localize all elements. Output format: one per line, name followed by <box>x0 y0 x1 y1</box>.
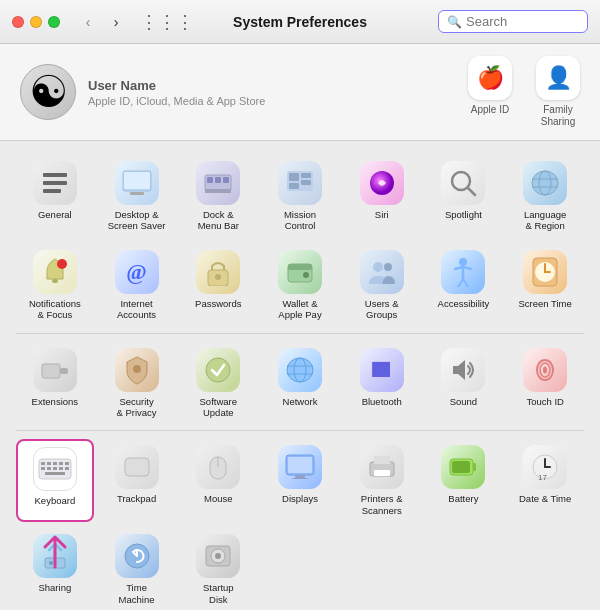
siri-label: Siri <box>375 209 389 220</box>
svg-point-48 <box>543 366 547 373</box>
mission-icon <box>278 161 322 205</box>
network-label: Network <box>283 396 318 407</box>
startup-icon <box>196 534 240 578</box>
pref-item-accessibility[interactable]: Accessibility <box>425 244 503 327</box>
battery-icon <box>441 445 485 489</box>
family-sharing-icon: 👤 <box>536 56 580 100</box>
spotlight-label: Spotlight <box>445 209 482 220</box>
pref-item-trackpad[interactable]: Trackpad <box>98 439 176 522</box>
svg-point-31 <box>384 263 392 271</box>
svg-rect-2 <box>43 189 61 193</box>
extensions-icon <box>33 348 77 392</box>
pref-item-extensions[interactable]: Extensions <box>16 342 94 425</box>
pref-item-users[interactable]: Users &Groups <box>343 244 421 327</box>
pref-item-displays[interactable]: Displays <box>261 439 339 522</box>
pref-item-notif[interactable]: Notifications& Focus <box>16 244 94 327</box>
search-box[interactable]: 🔍 <box>438 10 588 33</box>
profile-sub: Apple ID, iCloud, Media & App Store <box>88 95 265 107</box>
timemachine-label: TimeMachine <box>119 582 155 605</box>
svg-rect-8 <box>215 177 221 183</box>
svg-rect-12 <box>289 173 299 181</box>
pref-item-desktop[interactable]: Desktop &Screen Saver <box>98 155 176 238</box>
accessibility-label: Accessibility <box>438 298 490 309</box>
pref-item-bluetooth[interactable]: ⯀Bluetooth <box>343 342 421 425</box>
passwords-label: Passwords <box>195 298 241 309</box>
traffic-lights <box>12 16 60 28</box>
pref-item-timemachine[interactable]: TimeMachine <box>98 528 176 610</box>
pref-item-printers[interactable]: Printers &Scanners <box>343 439 421 522</box>
svg-line-18 <box>468 188 475 195</box>
users-label: Users &Groups <box>365 298 399 321</box>
family-sharing-label: FamilySharing <box>541 104 575 128</box>
security-icon <box>115 348 159 392</box>
svg-point-29 <box>303 272 309 278</box>
displays-label: Displays <box>282 493 318 504</box>
apple-id-button[interactable]: 🍎 Apple ID <box>468 56 512 128</box>
software-label: SoftwareUpdate <box>200 396 238 419</box>
pref-item-internet[interactable]: @InternetAccounts <box>98 244 176 327</box>
svg-rect-59 <box>65 467 69 470</box>
pref-item-wallet[interactable]: Wallet &Apple Pay <box>261 244 339 327</box>
keyboard-icon <box>33 447 77 491</box>
software-icon <box>196 348 240 392</box>
sharing-icon <box>33 534 77 578</box>
svg-rect-1 <box>43 181 67 185</box>
pref-item-screentime[interactable]: Screen Time <box>506 244 584 327</box>
touchid-label: Touch ID <box>526 396 564 407</box>
minimize-button[interactable] <box>30 16 42 28</box>
keyboard-label: Keyboard <box>35 495 76 506</box>
pref-item-security[interactable]: Security& Privacy <box>98 342 176 425</box>
spotlight-icon <box>441 161 485 205</box>
mouse-label: Mouse <box>204 493 233 504</box>
pref-item-mission[interactable]: MissionControl <box>261 155 339 238</box>
svg-marker-45 <box>453 360 465 380</box>
svg-rect-56 <box>47 467 51 470</box>
grid-view-button[interactable]: ⋮⋮⋮ <box>140 11 194 33</box>
pref-item-language[interactable]: Language& Region <box>506 155 584 238</box>
maximize-button[interactable] <box>48 16 60 28</box>
pref-item-siri[interactable]: Siri <box>343 155 421 238</box>
back-button[interactable]: ‹ <box>76 11 100 33</box>
trackpad-icon <box>115 445 159 489</box>
svg-rect-67 <box>292 478 308 479</box>
pref-item-keyboard[interactable]: Keyboard <box>16 439 94 522</box>
pref-item-general[interactable]: General <box>16 155 94 238</box>
notif-icon <box>33 250 77 294</box>
svg-rect-70 <box>374 470 390 476</box>
pref-item-touchid[interactable]: Touch ID <box>506 342 584 425</box>
forward-button[interactable]: › <box>104 11 128 33</box>
timemachine-icon <box>115 534 159 578</box>
pref-item-software[interactable]: SoftwareUpdate <box>179 342 257 425</box>
pref-item-startup[interactable]: StartupDisk <box>179 528 257 610</box>
dock-icon <box>196 161 240 205</box>
svg-rect-9 <box>223 177 229 183</box>
screentime-label: Screen Time <box>518 298 571 309</box>
pref-item-network[interactable]: Network <box>261 342 339 425</box>
pref-row-2: ExtensionsSecurity& PrivacySoftwareUpdat… <box>16 342 584 425</box>
touchid-icon <box>523 348 567 392</box>
row-separator-1 <box>16 333 584 334</box>
pref-item-dock[interactable]: Dock &Menu Bar <box>179 155 257 238</box>
pref-item-battery[interactable]: Battery <box>425 439 503 522</box>
svg-rect-54 <box>65 462 69 465</box>
pref-item-sharing[interactable]: Sharing <box>16 528 94 610</box>
svg-point-84 <box>215 553 221 559</box>
svg-point-39 <box>133 365 141 373</box>
desktop-label: Desktop &Screen Saver <box>108 209 166 232</box>
search-icon: 🔍 <box>447 15 462 29</box>
pref-item-mouse[interactable]: Mouse <box>179 439 257 522</box>
pref-item-datetime[interactable]: 17Date & Time <box>506 439 584 522</box>
svg-rect-50 <box>41 462 45 465</box>
pref-item-sound[interactable]: Sound <box>425 342 503 425</box>
svg-rect-28 <box>288 264 312 270</box>
family-sharing-button[interactable]: 👤 FamilySharing <box>536 56 580 128</box>
close-button[interactable] <box>12 16 24 28</box>
pref-item-passwords[interactable]: Passwords <box>179 244 257 327</box>
sharing-label: Sharing <box>38 582 71 593</box>
svg-point-19 <box>532 171 558 195</box>
svg-rect-38 <box>60 368 68 374</box>
notif-label: Notifications& Focus <box>29 298 81 321</box>
mouse-icon <box>196 445 240 489</box>
search-input[interactable] <box>466 14 579 29</box>
pref-item-spotlight[interactable]: Spotlight <box>425 155 503 238</box>
